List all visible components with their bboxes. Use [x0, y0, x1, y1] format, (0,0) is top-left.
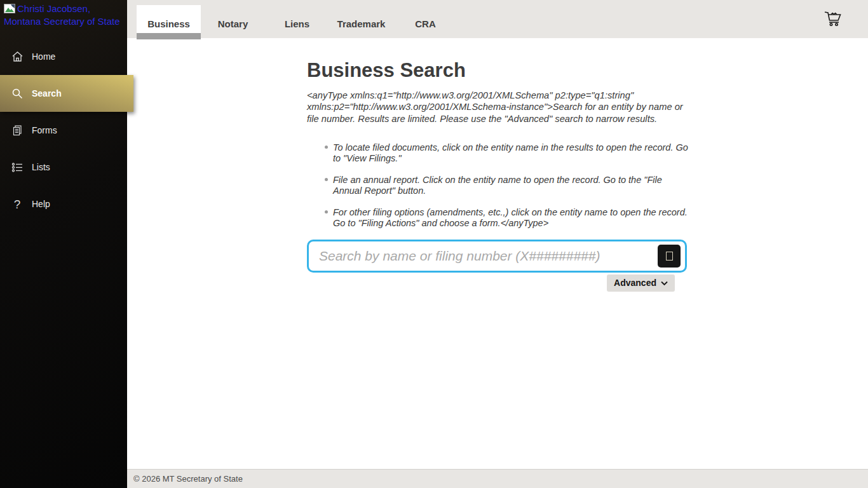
sidebar-item-label: Forms: [32, 125, 57, 135]
sidebar-item-label: Home: [32, 51, 55, 62]
module-tabs: Business Notary Liens Trademark CRA: [137, 0, 458, 40]
sidebar-item-lists[interactable]: Lists: [0, 149, 127, 186]
search-icon: [11, 88, 24, 100]
sidebar-item-label: Search: [32, 88, 62, 98]
forms-icon: [11, 125, 24, 137]
tab-label: Liens: [285, 18, 309, 29]
list-item-text: For other filing options (amendments, et…: [333, 207, 688, 228]
tab-label: Business: [147, 18, 190, 29]
tab-label: Trademark: [337, 18, 386, 29]
lists-icon: [11, 162, 24, 173]
missing-glyph-box-icon: [666, 252, 673, 261]
intro-text: <anyType xmlns:q1="http://www.w3.org/200…: [307, 90, 688, 125]
shopping-cart-button[interactable]: [822, 8, 844, 29]
broken-image-icon: [4, 4, 15, 16]
list-item-text: To locate filed documents, click on the …: [333, 142, 688, 163]
instruction-list: To locate filed documents, click on the …: [307, 142, 688, 229]
search-bar: [307, 240, 687, 273]
main-content: Business Search <anyType xmlns:q1="http:…: [127, 38, 868, 469]
sidebar: Christi Jacobsen, Montana Secretary of S…: [0, 0, 127, 488]
help-icon: ?: [11, 198, 24, 210]
chevron-down-icon: [661, 278, 668, 288]
sidebar-item-forms[interactable]: Forms: [0, 112, 127, 149]
list-item: To locate filed documents, click on the …: [325, 142, 688, 164]
tab-liens[interactable]: Liens: [265, 0, 329, 40]
sidebar-nav: Home Search Forms: [0, 38, 127, 222]
sidebar-item-label: Help: [32, 199, 50, 209]
tab-trademark[interactable]: Trademark: [329, 0, 393, 40]
logo-link[interactable]: Christi Jacobsen, Montana Secretary of S…: [0, 0, 127, 27]
advanced-search-button[interactable]: Advanced: [607, 274, 675, 292]
sidebar-item-search[interactable]: Search: [0, 75, 133, 112]
search-input[interactable]: [307, 240, 687, 273]
active-tab-underline: [137, 33, 201, 39]
search-button[interactable]: [658, 245, 681, 268]
list-item-text: File an annual report. Click on the enti…: [333, 175, 662, 196]
sidebar-item-home[interactable]: Home: [0, 38, 127, 75]
list-item: For other filing options (amendments, et…: [325, 207, 688, 229]
logo-alt-text: Christi Jacobsen, Montana Secretary of S…: [4, 3, 120, 27]
shopping-cart-icon: [823, 20, 843, 29]
copyright-text: © 2026 MT Secretary of State: [133, 474, 243, 484]
tab-label: CRA: [415, 18, 436, 29]
top-navigation-bar: Business Notary Liens Trademark CRA: [127, 0, 868, 38]
tab-business[interactable]: Business: [137, 0, 201, 40]
list-item: File an annual report. Click on the enti…: [325, 175, 688, 196]
sidebar-item-help[interactable]: ? Help: [0, 186, 127, 222]
page-title: Business Search: [307, 59, 688, 82]
advanced-row: Advanced: [307, 274, 687, 292]
tab-notary[interactable]: Notary: [201, 0, 265, 40]
advanced-button-label: Advanced: [614, 278, 656, 288]
bullet-dot: [325, 146, 328, 149]
tab-cra[interactable]: CRA: [393, 0, 458, 40]
bullet-dot: [325, 210, 328, 214]
footer: © 2026 MT Secretary of State: [127, 469, 868, 488]
tab-label: Notary: [218, 18, 248, 29]
sidebar-item-label: Lists: [32, 162, 50, 172]
bullet-dot: [325, 178, 328, 181]
home-icon: [11, 51, 24, 62]
